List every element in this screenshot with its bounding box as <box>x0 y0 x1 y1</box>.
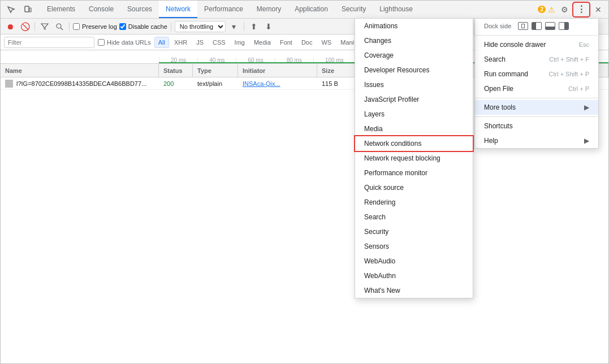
tab-lighthouse[interactable]: Lighthouse <box>373 1 420 18</box>
filter-type-media[interactable]: Media <box>250 37 275 48</box>
more-tools-javascript-profiler[interactable]: JavaScript Profiler <box>355 92 473 107</box>
more-tools-animations[interactable]: Animations <box>355 19 473 33</box>
right-dropdown-menu[interactable]: Dock side <box>474 18 599 149</box>
tab-performance[interactable]: Performance <box>197 1 250 18</box>
tab-console[interactable]: Console <box>82 1 120 18</box>
tab-bar-right: 2 ⚠ ⚙ ⋮ ✕ <box>538 3 606 16</box>
filter-btn[interactable] <box>38 20 51 33</box>
tab-network[interactable]: Network <box>159 1 197 18</box>
more-tools-sensors[interactable]: Sensors <box>355 239 473 254</box>
more-tools-whats-new[interactable]: What's New <box>355 283 473 298</box>
toolbar-divider-1 <box>34 22 35 31</box>
toolbar-divider-3 <box>171 22 171 31</box>
dock-bottom-btn[interactable] <box>545 22 555 30</box>
more-tools-network-conditions[interactable]: Network conditions <box>355 136 473 151</box>
td-status: 200 <box>159 77 193 89</box>
menu-item-more-tools[interactable]: More tools ▶ <box>475 100 598 115</box>
filter-type-js[interactable]: JS <box>192 37 208 48</box>
more-tools-performance-monitor[interactable]: Performance monitor <box>355 166 473 180</box>
more-tools-arrow: ▶ <box>584 103 589 111</box>
svg-rect-0 <box>25 6 29 12</box>
col-status[interactable]: Status <box>159 64 193 77</box>
import-har-btn[interactable]: ⬆ <box>248 20 260 33</box>
filter-type-img[interactable]: Img <box>231 37 249 48</box>
menu-item-help[interactable]: Help ▶ <box>475 133 598 148</box>
close-devtools-btn[interactable]: ✕ <box>590 3 606 16</box>
toolbar-divider-4 <box>244 22 244 31</box>
more-tools-submenu[interactable]: Animations Changes Coverage Developer Re… <box>355 18 473 298</box>
dock-side-row: Dock side <box>475 19 598 33</box>
filter-type-ws[interactable]: WS <box>317 37 335 48</box>
dock-right-btn[interactable] <box>559 22 569 30</box>
more-options-btn[interactable]: ⋮ <box>573 3 589 16</box>
warning-badge: 2 <box>538 6 546 13</box>
menu-item-run-command[interactable]: Run command Ctrl + Shift + P <box>475 67 598 81</box>
tab-application[interactable]: Application <box>288 1 335 18</box>
throttle-select[interactable]: No throttling Fast 3G Slow 3G Offline <box>175 21 226 32</box>
filter-type-all[interactable]: All <box>154 37 169 48</box>
filter-type-font[interactable]: Font <box>276 37 296 48</box>
svg-line-3 <box>61 28 63 30</box>
preserve-log-checkbox[interactable] <box>73 23 80 30</box>
more-tools-changes[interactable]: Changes <box>355 33 473 48</box>
export-har-btn[interactable]: ⬇ <box>262 20 275 33</box>
menu-separator-3 <box>475 116 598 117</box>
help-arrow: ▶ <box>584 137 589 145</box>
preserve-log-label[interactable]: Preserve log <box>73 23 117 30</box>
tab-bar: Elements Console Sources Network Perform… <box>1 1 608 19</box>
filter-type-doc[interactable]: Doc <box>297 37 317 48</box>
more-tools-coverage[interactable]: Coverage <box>355 48 473 63</box>
menu-item-search[interactable]: Search Ctrl + Shift + F <box>475 52 598 67</box>
more-tools-webauthn[interactable]: WebAuthn <box>355 268 473 283</box>
hide-data-urls-checkbox[interactable] <box>98 39 105 46</box>
more-tools-search[interactable]: Search <box>355 210 473 224</box>
devtools-tabs: Elements Console Sources Network Perform… <box>40 1 538 18</box>
tab-sources[interactable]: Sources <box>120 1 159 18</box>
menu-item-hide-console[interactable]: Hide console drawer Esc <box>475 37 598 52</box>
col-initiator[interactable]: Initiator <box>238 64 317 77</box>
svg-rect-1 <box>29 8 31 12</box>
col-type[interactable]: Type <box>193 64 238 77</box>
more-tools-webaudio[interactable]: WebAudio <box>355 254 473 268</box>
td-initiator[interactable]: INSAca-Qix... <box>238 77 317 89</box>
settings-btn[interactable]: ⚙ <box>556 3 572 16</box>
more-tools-rendering[interactable]: Rendering <box>355 195 473 210</box>
menu-separator-2 <box>475 98 598 98</box>
more-tools-network-request-blocking[interactable]: Network request blocking <box>355 151 473 166</box>
dock-left-btn[interactable] <box>532 22 542 30</box>
dock-side-label: Dock side <box>484 23 511 29</box>
clear-btn[interactable]: 🚫 <box>19 20 31 33</box>
menu-item-open-file[interactable]: Open File Ctrl + P <box>475 81 598 96</box>
filter-type-css[interactable]: CSS <box>209 37 230 48</box>
disable-cache-checkbox[interactable] <box>119 23 126 30</box>
more-tools-developer-resources[interactable]: Developer Resources <box>355 63 473 77</box>
hide-data-urls-label[interactable]: Hide data URLs <box>98 39 151 46</box>
more-tools-layers[interactable]: Layers <box>355 107 473 122</box>
td-type: text/plain <box>193 77 238 89</box>
disable-cache-label[interactable]: Disable cache <box>119 23 167 30</box>
more-tools-issues[interactable]: Issues <box>355 77 473 92</box>
tab-memory[interactable]: Memory <box>250 1 288 18</box>
search-btn[interactable] <box>53 20 66 33</box>
toolbar-divider-2 <box>69 22 70 31</box>
menu-item-shortcuts[interactable]: Shortcuts <box>475 119 598 133</box>
filter-input[interactable] <box>4 37 94 48</box>
throttle-settings-btn[interactable]: ▾ <box>228 20 240 33</box>
inspect-element-btn[interactable] <box>3 3 19 16</box>
device-toggle-btn[interactable] <box>20 3 36 16</box>
td-name: l?IG=8702CE0998B14335BDECA4B6BBD77... <box>1 77 159 89</box>
svg-point-2 <box>57 24 61 28</box>
more-tools-media[interactable]: Media <box>355 122 473 136</box>
menu-separator-1 <box>475 35 598 36</box>
tab-security[interactable]: Security <box>335 1 373 18</box>
more-tools-quick-source[interactable]: Quick source <box>355 180 473 195</box>
dock-undock-btn[interactable] <box>518 22 528 30</box>
more-tools-security[interactable]: Security <box>355 224 473 239</box>
tab-elements[interactable]: Elements <box>40 1 82 18</box>
tab-bar-icons <box>3 3 36 16</box>
filter-type-xhr[interactable]: XHR <box>170 37 191 48</box>
warning-icon: ⚠ <box>548 5 555 14</box>
stop-recording-btn[interactable]: ⏺ <box>4 20 16 33</box>
row-icon <box>5 80 13 88</box>
col-name[interactable]: Name <box>1 64 159 77</box>
